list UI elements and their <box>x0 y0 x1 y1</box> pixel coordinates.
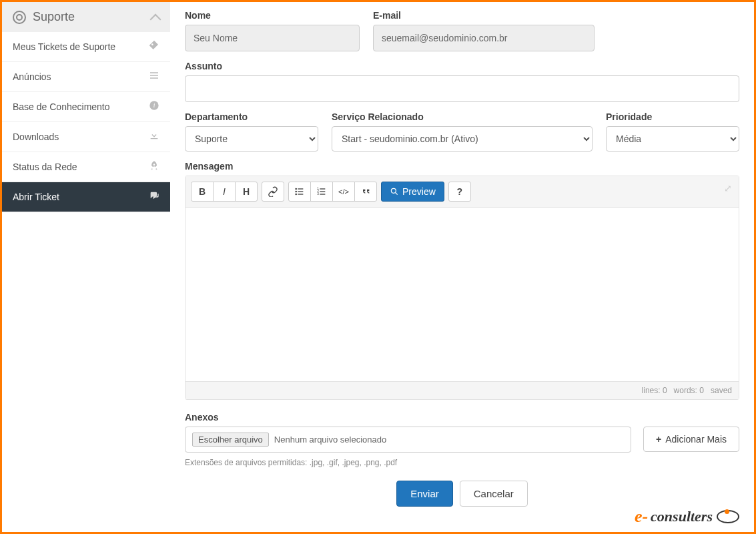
sidebar-item-label: Base de Conhecimento <box>13 101 110 112</box>
svg-line-15 <box>396 193 398 195</box>
sidebar-item-label: Status da Rede <box>13 162 77 172</box>
sidebar-item-downloads[interactable]: Downloads <box>2 122 170 152</box>
add-more-button[interactable]: + Adicionar Mais <box>643 427 739 452</box>
sidebar-item-announcements[interactable]: Anúncios <box>2 62 170 91</box>
sidebar-menu: Meus Tickets de Suporte Anúncios Base de… <box>2 32 170 212</box>
sidebar-item-label: Anúncios <box>13 71 51 82</box>
quote-button[interactable] <box>354 182 377 202</box>
service-select[interactable]: Start - seudominio.com.br (Ativo) <box>332 126 593 152</box>
department-select[interactable]: Suporte <box>185 126 318 152</box>
main-content: Nome Seu Nome E-mail seuemail@seudominio… <box>170 2 754 532</box>
svg-rect-5 <box>298 188 303 189</box>
ol-button[interactable]: 123 <box>310 182 333 202</box>
svg-text:i: i <box>153 102 155 109</box>
resize-icon[interactable]: ⤢ <box>724 183 732 194</box>
chat-icon <box>149 190 159 204</box>
sidebar-header[interactable]: Suporte <box>2 2 170 32</box>
info-icon: i <box>149 100 159 113</box>
svg-rect-6 <box>298 191 303 192</box>
sidebar-item-label: Downloads <box>13 131 59 142</box>
link-button[interactable] <box>262 182 284 202</box>
sidebar-item-label: Meus Tickets de Suporte <box>13 41 115 52</box>
sidebar-item-open-ticket[interactable]: Abrir Ticket <box>2 182 170 212</box>
svg-point-2 <box>295 188 297 190</box>
sidebar-item-network[interactable]: Status da Rede <box>2 152 170 182</box>
sidebar-item-tickets[interactable]: Meus Tickets de Suporte <box>2 32 170 61</box>
cancel-button[interactable]: Cancelar <box>460 481 528 507</box>
choose-file-button[interactable]: Escolher arquivo <box>192 433 269 447</box>
svg-point-14 <box>391 188 396 193</box>
editor-status: lines: 0 words: 0 saved <box>185 381 739 399</box>
sidebar-item-label: Abrir Ticket <box>13 192 59 202</box>
logo-oval-icon <box>717 510 739 523</box>
message-textarea[interactable] <box>185 208 739 381</box>
heading-button[interactable]: H <box>235 182 258 202</box>
brand-logo: e-consulters <box>635 507 739 527</box>
lifering-icon <box>13 11 26 24</box>
download-icon <box>149 130 159 144</box>
svg-rect-11 <box>320 188 325 189</box>
ul-button[interactable] <box>288 182 311 202</box>
email-label: E-mail <box>373 10 595 21</box>
submit-button[interactable]: Enviar <box>396 481 453 507</box>
svg-rect-12 <box>320 191 325 192</box>
preview-button[interactable]: Preview <box>381 182 444 202</box>
name-field: Seu Nome <box>185 25 360 51</box>
plus-icon: + <box>656 434 661 445</box>
priority-select[interactable]: Média <box>606 126 739 152</box>
department-label: Departamento <box>185 111 318 122</box>
editor-toolbar: B I H 123 </> Preview ? <box>185 176 739 208</box>
svg-point-3 <box>295 191 297 193</box>
sidebar-item-knowledgebase[interactable]: Base de Conhecimento i <box>2 92 170 121</box>
logo-e: e- <box>635 507 648 527</box>
code-button[interactable]: </> <box>332 182 355 202</box>
svg-rect-13 <box>320 194 325 194</box>
list-icon <box>149 70 159 83</box>
svg-rect-7 <box>298 194 303 194</box>
attachments-label: Anexos <box>185 412 739 423</box>
subject-input[interactable] <box>185 75 739 102</box>
priority-label: Prioridade <box>606 111 739 122</box>
sidebar-title: Suporte <box>33 10 75 24</box>
subject-label: Assunto <box>185 61 739 71</box>
svg-point-4 <box>295 194 297 196</box>
sidebar: Suporte Meus Tickets de Suporte Anúncios… <box>2 2 170 532</box>
rocket-icon <box>149 160 159 174</box>
email-field: seuemail@seudominio.com.br <box>373 25 595 51</box>
file-none-text: Nenhum arquivo selecionado <box>274 435 386 445</box>
help-button[interactable]: ? <box>448 182 471 202</box>
name-label: Nome <box>185 10 360 21</box>
tickets-icon <box>149 40 159 53</box>
attachments-hint: Extensões de arquivos permitidas: .jpg, … <box>185 458 739 467</box>
chevron-up-icon <box>150 13 161 25</box>
message-editor: B I H 123 </> Preview ? <box>185 176 739 400</box>
message-label: Mensagem <box>185 161 739 172</box>
italic-button[interactable]: I <box>213 182 236 202</box>
service-label: Serviço Relacionado <box>332 111 593 122</box>
svg-text:3: 3 <box>317 192 319 196</box>
file-input-box[interactable]: Escolher arquivo Nenhum arquivo selecion… <box>185 427 631 453</box>
bold-button[interactable]: B <box>191 182 214 202</box>
